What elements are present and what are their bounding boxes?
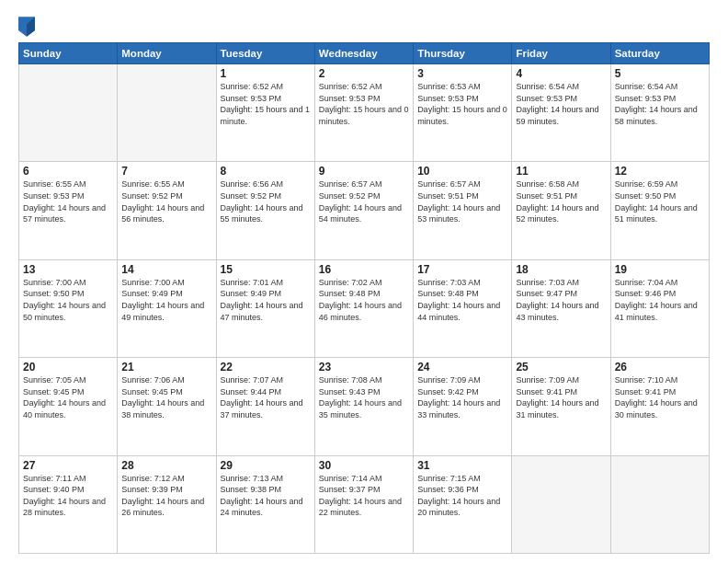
day-info: Sunrise: 6:59 AMSunset: 9:50 PMDaylight:… [615, 178, 705, 224]
day-info: Sunrise: 6:58 AMSunset: 9:51 PMDaylight:… [516, 178, 606, 224]
day-info: Sunrise: 7:15 AMSunset: 9:36 PMDaylight:… [417, 473, 507, 519]
calendar-cell: 4Sunrise: 6:54 AMSunset: 9:53 PMDaylight… [512, 64, 610, 162]
day-info: Sunrise: 7:04 AMSunset: 9:46 PMDaylight:… [615, 277, 705, 323]
day-number: 18 [516, 263, 606, 276]
calendar-header-row: SundayMondayTuesdayWednesdayThursdayFrid… [19, 43, 710, 64]
day-info: Sunrise: 6:52 AMSunset: 9:53 PMDaylight:… [221, 81, 311, 127]
calendar-page: SundayMondayTuesdayWednesdayThursdayFrid… [0, 0, 728, 563]
day-number: 17 [417, 263, 507, 276]
day-number: 27 [23, 459, 113, 472]
day-info: Sunrise: 6:52 AMSunset: 9:53 PMDaylight:… [319, 81, 409, 127]
calendar-header-wednesday: Wednesday [314, 43, 413, 64]
day-number: 10 [417, 165, 507, 178]
day-number: 5 [615, 67, 705, 80]
day-info: Sunrise: 7:09 AMSunset: 9:41 PMDaylight:… [516, 374, 606, 420]
day-number: 31 [417, 459, 507, 472]
calendar-cell: 29Sunrise: 7:13 AMSunset: 9:38 PMDayligh… [216, 455, 314, 553]
calendar-cell: 10Sunrise: 6:57 AMSunset: 9:51 PMDayligh… [414, 162, 512, 259]
calendar-cell: 22Sunrise: 7:07 AMSunset: 9:44 PMDayligh… [216, 358, 314, 455]
calendar-cell [118, 64, 216, 162]
day-info: Sunrise: 7:13 AMSunset: 9:38 PMDaylight:… [221, 473, 311, 519]
day-info: Sunrise: 7:10 AMSunset: 9:41 PMDaylight:… [615, 374, 705, 420]
day-info: Sunrise: 6:56 AMSunset: 9:52 PMDaylight:… [221, 178, 311, 224]
day-number: 4 [516, 67, 606, 80]
day-number: 6 [23, 165, 113, 178]
calendar-cell: 13Sunrise: 7:00 AMSunset: 9:50 PMDayligh… [19, 259, 118, 357]
calendar-cell: 23Sunrise: 7:08 AMSunset: 9:43 PMDayligh… [314, 358, 413, 455]
calendar-cell: 20Sunrise: 7:05 AMSunset: 9:45 PMDayligh… [19, 358, 118, 455]
day-number: 14 [121, 263, 211, 276]
calendar-cell: 11Sunrise: 6:58 AMSunset: 9:51 PMDayligh… [512, 162, 610, 259]
calendar-cell: 21Sunrise: 7:06 AMSunset: 9:45 PMDayligh… [118, 358, 216, 455]
day-number: 3 [417, 67, 507, 80]
calendar-cell: 8Sunrise: 6:56 AMSunset: 9:52 PMDaylight… [216, 162, 314, 259]
calendar-cell: 6Sunrise: 6:55 AMSunset: 9:53 PMDaylight… [19, 162, 118, 259]
logo-icon [18, 17, 35, 37]
day-number: 13 [23, 263, 113, 276]
day-number: 26 [615, 361, 705, 373]
calendar-cell: 1Sunrise: 6:52 AMSunset: 9:53 PMDaylight… [216, 64, 314, 162]
calendar-week-2: 6Sunrise: 6:55 AMSunset: 9:53 PMDaylight… [19, 162, 710, 259]
header [18, 17, 710, 37]
day-info: Sunrise: 7:03 AMSunset: 9:48 PMDaylight:… [417, 277, 507, 323]
calendar-cell: 27Sunrise: 7:11 AMSunset: 9:40 PMDayligh… [19, 455, 118, 553]
calendar-cell: 25Sunrise: 7:09 AMSunset: 9:41 PMDayligh… [512, 358, 610, 455]
calendar-cell: 16Sunrise: 7:02 AMSunset: 9:48 PMDayligh… [314, 259, 413, 357]
day-info: Sunrise: 7:11 AMSunset: 9:40 PMDaylight:… [23, 473, 113, 519]
calendar-cell: 2Sunrise: 6:52 AMSunset: 9:53 PMDaylight… [314, 64, 413, 162]
day-number: 20 [23, 361, 113, 373]
calendar-cell: 30Sunrise: 7:14 AMSunset: 9:37 PMDayligh… [314, 455, 413, 553]
day-number: 23 [319, 361, 409, 373]
calendar-cell: 28Sunrise: 7:12 AMSunset: 9:39 PMDayligh… [118, 455, 216, 553]
day-number: 30 [319, 459, 409, 472]
day-info: Sunrise: 7:02 AMSunset: 9:48 PMDaylight:… [319, 277, 409, 323]
calendar-cell: 12Sunrise: 6:59 AMSunset: 9:50 PMDayligh… [610, 162, 709, 259]
day-number: 24 [417, 361, 507, 373]
day-info: Sunrise: 6:57 AMSunset: 9:51 PMDaylight:… [417, 178, 507, 224]
day-info: Sunrise: 7:07 AMSunset: 9:44 PMDaylight:… [221, 374, 311, 420]
calendar-body: 1Sunrise: 6:52 AMSunset: 9:53 PMDaylight… [19, 64, 710, 554]
day-info: Sunrise: 7:14 AMSunset: 9:37 PMDaylight:… [319, 473, 409, 519]
day-info: Sunrise: 6:54 AMSunset: 9:53 PMDaylight:… [615, 81, 705, 127]
day-number: 8 [221, 165, 311, 178]
logo [18, 17, 37, 37]
day-info: Sunrise: 6:53 AMSunset: 9:53 PMDaylight:… [417, 81, 507, 127]
day-number: 22 [221, 361, 311, 373]
calendar-week-3: 13Sunrise: 7:00 AMSunset: 9:50 PMDayligh… [19, 259, 710, 357]
day-number: 21 [121, 361, 211, 373]
day-info: Sunrise: 7:00 AMSunset: 9:49 PMDaylight:… [121, 277, 211, 323]
calendar-week-4: 20Sunrise: 7:05 AMSunset: 9:45 PMDayligh… [19, 358, 710, 455]
day-number: 9 [319, 165, 409, 178]
day-info: Sunrise: 7:09 AMSunset: 9:42 PMDaylight:… [417, 374, 507, 420]
day-info: Sunrise: 7:06 AMSunset: 9:45 PMDaylight:… [121, 374, 211, 420]
calendar-cell: 31Sunrise: 7:15 AMSunset: 9:36 PMDayligh… [414, 455, 512, 553]
calendar-cell: 17Sunrise: 7:03 AMSunset: 9:48 PMDayligh… [414, 259, 512, 357]
calendar-cell: 18Sunrise: 7:03 AMSunset: 9:47 PMDayligh… [512, 259, 610, 357]
day-number: 1 [221, 67, 311, 80]
day-info: Sunrise: 7:01 AMSunset: 9:49 PMDaylight:… [221, 277, 311, 323]
calendar-cell: 3Sunrise: 6:53 AMSunset: 9:53 PMDaylight… [414, 64, 512, 162]
calendar-header-friday: Friday [512, 43, 610, 64]
day-number: 12 [615, 165, 705, 178]
day-info: Sunrise: 7:08 AMSunset: 9:43 PMDaylight:… [319, 374, 409, 420]
day-info: Sunrise: 7:05 AMSunset: 9:45 PMDaylight:… [23, 374, 113, 420]
day-info: Sunrise: 6:55 AMSunset: 9:52 PMDaylight:… [121, 178, 211, 224]
day-number: 7 [121, 165, 211, 178]
day-info: Sunrise: 7:12 AMSunset: 9:39 PMDaylight:… [121, 473, 211, 519]
day-number: 11 [516, 165, 606, 178]
calendar-header-monday: Monday [118, 43, 216, 64]
calendar-cell: 14Sunrise: 7:00 AMSunset: 9:49 PMDayligh… [118, 259, 216, 357]
calendar-cell: 7Sunrise: 6:55 AMSunset: 9:52 PMDaylight… [118, 162, 216, 259]
day-number: 2 [319, 67, 409, 80]
day-number: 28 [121, 459, 211, 472]
calendar-table: SundayMondayTuesdayWednesdayThursdayFrid… [18, 42, 710, 554]
calendar-header-tuesday: Tuesday [216, 43, 314, 64]
day-info: Sunrise: 6:55 AMSunset: 9:53 PMDaylight:… [23, 178, 113, 224]
calendar-cell: 5Sunrise: 6:54 AMSunset: 9:53 PMDaylight… [610, 64, 709, 162]
day-info: Sunrise: 7:03 AMSunset: 9:47 PMDaylight:… [516, 277, 606, 323]
calendar-cell: 9Sunrise: 6:57 AMSunset: 9:52 PMDaylight… [314, 162, 413, 259]
calendar-header-sunday: Sunday [19, 43, 118, 64]
calendar-header-saturday: Saturday [610, 43, 709, 64]
calendar-cell: 26Sunrise: 7:10 AMSunset: 9:41 PMDayligh… [610, 358, 709, 455]
day-number: 19 [615, 263, 705, 276]
